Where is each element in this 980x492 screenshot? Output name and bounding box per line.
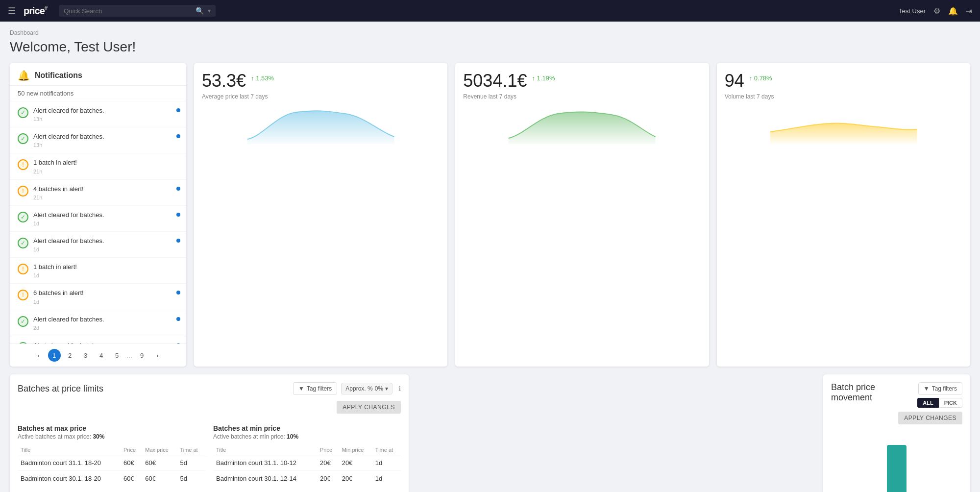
notif-dot [176, 187, 180, 191]
col-minprice-min: Min price [339, 445, 372, 455]
metric-value-0: 53.3€ [202, 71, 246, 91]
notif-status-icon: ✓ [18, 316, 28, 327]
approx-label: Approx. % [345, 385, 372, 392]
notifications-title: Notifications [35, 71, 82, 80]
chart-svg-2 [725, 105, 962, 144]
table-cell: 20€ [317, 455, 339, 471]
table-cell: 60€ [121, 455, 142, 471]
breadcrumb[interactable]: Dashboard [10, 29, 970, 36]
approx-dropdown-icon[interactable]: ▾ [385, 385, 388, 392]
notifications-panel: 🔔 Notifications 50 new notifications ✓ A… [10, 63, 186, 367]
notification-item[interactable]: ✓ Alert cleared for batches. 2d [10, 310, 186, 336]
movement-filter-btn[interactable]: ▼ Tag filters [918, 382, 962, 395]
metric-header-2: 94 ↑ 0.78% [725, 71, 962, 91]
table-cell: 20€ [317, 471, 339, 487]
notif-status-icon: ! [18, 159, 28, 170]
page-btn-2[interactable]: 2 [64, 349, 76, 362]
notif-text: Alert cleared for batches. [33, 315, 178, 324]
toggle-pick-btn[interactable]: PICK [939, 398, 962, 408]
search-dropdown-icon[interactable]: ▾ [208, 7, 211, 14]
notif-text: 1 batch in alert! [33, 263, 178, 271]
apply-changes-btn[interactable]: APPLY CHANGES [337, 401, 401, 414]
movement-filter-icon: ▼ [924, 385, 930, 392]
notification-item[interactable]: ✓ Alert cleared for batches. 1d [10, 206, 186, 232]
notif-text: 4 batches in alert! [33, 185, 178, 194]
pagination-prev[interactable]: ‹ [32, 349, 45, 362]
notif-status-icon: ! [18, 290, 28, 300]
notif-text: 1 batch in alert! [33, 158, 178, 167]
notif-time: 2d [33, 325, 178, 331]
notification-item[interactable]: ! 1 batch in alert! 1d [10, 258, 186, 284]
metric-card-2: 94 ↑ 0.78% Volume last 7 days [717, 63, 970, 367]
color-bar-container [831, 435, 962, 492]
notifications-list: ✓ Alert cleared for batches. 13h ✓ Alert… [10, 101, 186, 344]
notification-item[interactable]: ✓ Alert cleared for batches. 1d [10, 232, 186, 258]
logo: priceff [24, 5, 47, 17]
table-cell: Badminton court 30.1. 12-14 [213, 471, 317, 487]
notification-item[interactable]: ! 6 batches in alert! 1d [10, 284, 186, 310]
notif-dot [176, 134, 180, 138]
topnav: ☰ priceff 🔍 ▾ Test User ⚙ 🔔 ⇥ [0, 0, 980, 22]
top-grid: 🔔 Notifications 50 new notifications ✓ A… [10, 63, 970, 367]
main-container: Dashboard Welcome, Test User! 🔔 Notifica… [0, 22, 980, 492]
notif-time: 13h [33, 116, 178, 122]
batches-max-pct: 30% [93, 433, 104, 440]
notification-item[interactable]: ! 1 batch in alert! 21h [10, 153, 186, 179]
pagination-dots: … [126, 352, 133, 359]
page-btn-9[interactable]: 9 [136, 349, 148, 362]
toggle-all-btn[interactable]: ALL [917, 398, 938, 408]
page-btn-5[interactable]: 5 [111, 349, 123, 362]
chart-area-2 [725, 105, 962, 144]
metric-card-0: 53.3€ ↑ 1.53% Average price last 7 days [194, 63, 447, 367]
metric-header-0: 53.3€ ↑ 1.53% [202, 71, 440, 91]
movement-bar [887, 445, 906, 492]
table-cell: 60€ [142, 471, 177, 487]
col-price-min: Price [317, 445, 339, 455]
user-label: Test User [899, 7, 926, 15]
logout-icon[interactable]: ⇥ [966, 6, 972, 16]
chart-svg-1 [463, 105, 701, 144]
search-input[interactable] [64, 7, 192, 15]
metric-change-1: ↑ 1.19% [532, 74, 555, 82]
notif-time: 1d [33, 299, 178, 305]
notif-text: Alert cleared for batches. [33, 211, 178, 220]
movement-apply-btn[interactable]: APPLY CHANGES [898, 412, 962, 424]
notification-bell-icon[interactable]: 🔔 [948, 6, 958, 16]
menu-icon[interactable]: ☰ [8, 5, 16, 16]
page-btn-3[interactable]: 3 [79, 349, 92, 362]
col-timeat-max: Time at [177, 445, 205, 455]
batches-min-sub: Active batches at min price: 10% [213, 433, 401, 440]
notifications-count: 50 new notifications [10, 86, 186, 101]
page-btn-1[interactable]: 1 [48, 349, 61, 362]
table-cell: Badminton court 31.1. 18-20 [18, 455, 121, 471]
notif-time: 13h [33, 142, 178, 148]
metric-label-2: Volume last 7 days [725, 93, 962, 100]
tag-filters-btn[interactable]: ▼ Tag filters [293, 382, 337, 395]
approx-box: Approx. % 0% ▾ [341, 383, 392, 394]
notification-item[interactable]: ✓ Alert cleared for batches. 13h [10, 127, 186, 153]
notifications-pagination: ‹ 1 2 3 4 5 … 9 › [10, 344, 186, 367]
table-row: Badminton court 30.1. 12-1420€20€1d [213, 471, 401, 487]
bottom-grid: Batches at price limits ▼ Tag filters Ap… [10, 374, 970, 492]
pagination-next[interactable]: › [151, 349, 164, 362]
notif-time: 21h [33, 195, 178, 200]
metric-label-0: Average price last 7 days [202, 93, 440, 100]
table-cell: 60€ [121, 471, 142, 487]
table-cell: Badminton court 30.1. 18-20 [18, 471, 121, 487]
gear-icon[interactable]: ⚙ [933, 6, 940, 16]
notification-item[interactable]: ! 4 batches in alert! 21h [10, 180, 186, 206]
page-btn-4[interactable]: 4 [95, 349, 108, 362]
table-cell: Badminton court 31.1. 10-12 [213, 455, 317, 471]
movement-header: Batch price movement ▼ Tag filters ALL P… [831, 382, 962, 408]
info-icon[interactable]: ℹ [398, 385, 401, 393]
notification-item[interactable]: ✓ Alert cleared for batches. 2d [10, 336, 186, 344]
notif-dot [176, 213, 180, 217]
notification-item[interactable]: ✓ Alert cleared for batches. 13h [10, 101, 186, 127]
notif-text: Alert cleared for batches. [33, 237, 178, 246]
notif-text: Alert cleared for batches. [33, 106, 178, 115]
metric-header-1: 5034.1€ ↑ 1.19% [463, 71, 701, 91]
chart-svg-0 [202, 105, 440, 144]
filter-icon: ▼ [298, 385, 304, 392]
notif-status-icon: ✓ [18, 238, 28, 248]
metric-change-2: ↑ 0.78% [749, 74, 772, 82]
